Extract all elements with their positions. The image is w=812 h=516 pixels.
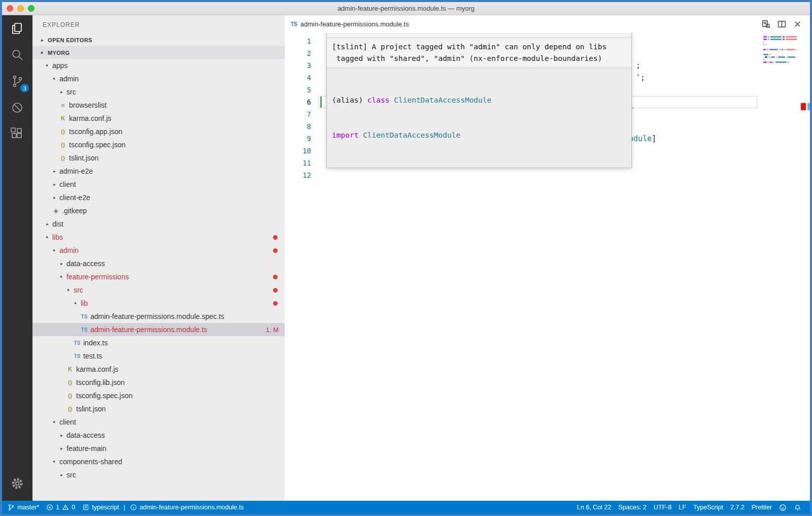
language-mode-status[interactable]: TypeScript [690,504,727,511]
tree-item-src[interactable]: ▸src [32,283,285,297]
tab-admin-feature-permissions[interactable]: TS admin-feature-permissions.module.ts [285,15,415,33]
tree-item-tsconfig.spec.json[interactable]: {}tsconfig.spec.json [32,138,285,151]
close-editor-icon[interactable] [793,20,802,28]
chevron-expanded-icon: ▸ [50,246,59,255]
open-preview-icon[interactable] [762,20,770,28]
tslint-status[interactable]: typescript [79,504,123,511]
git-status-badge: 1, M [266,326,279,334]
tree-item-index.ts[interactable]: TSindex.ts [32,336,285,349]
chevron-expanded-icon: ▸ [43,61,52,70]
tree-item-test.ts[interactable]: TStest.ts [32,349,285,363]
tree-item-tslint.json[interactable]: {}tslint.json [32,151,285,165]
tree-item-client[interactable]: ▸client [32,178,285,191]
vscode-window: admin-feature-permissions.module.ts — my… [2,2,810,514]
hover-popup: export class ClientDataAccessModule {} [… [326,33,632,168]
encoding-status[interactable]: UTF-8 [650,504,675,511]
tree-item-label: libs [51,233,63,241]
tab-bar: TS admin-feature-permissions.module.ts [285,15,810,33]
chevron-collapsed-icon: ▸ [58,261,65,266]
split-editor-icon[interactable] [777,20,786,28]
tree-item-admin-e2e[interactable]: ▸admin-e2e [32,165,285,178]
line-number: 6 [285,96,311,108]
line-number: 4 [285,72,311,84]
explorer-icon[interactable] [2,15,32,42]
settings-gear-icon[interactable] [2,470,32,497]
tree-item-src[interactable]: ▸src [32,85,285,99]
overview-ruler-error-mark [801,103,806,110]
tree-item-admin[interactable]: ▸admin [32,72,285,85]
ts-version-status[interactable]: 2.7.2 [727,504,748,511]
open-editors-section[interactable]: ▸ OPEN EDITORS [32,34,285,46]
tree-item-admin-feature-permissions.module.spec.ts[interactable]: TSadmin-feature-permissions.module.spec.… [32,310,285,323]
braces-file-icon: {} [58,155,68,161]
git-branch-status[interactable]: master* [4,504,43,511]
status-separator: | [122,504,126,511]
code-area[interactable]: 123;4';56import { ClientDataAccessModule… [285,33,810,501]
code-line-12[interactable]: 12 [285,169,810,181]
tree-item-tsconfig.spec.json[interactable]: {}tsconfig.spec.json [32,389,285,402]
tree-item-lib[interactable]: ▸lib [32,297,285,310]
tree-item-client[interactable]: ▸client [32,415,285,429]
list-file-icon: ≡ [58,102,68,109]
tree-item-client-e2e[interactable]: ▸client-e2e [32,191,285,204]
eol-status[interactable]: LF [675,504,690,511]
tree-item-label: karma.conf.js [75,365,118,373]
active-file-status[interactable]: admin-feature-permissions.module.ts [126,504,248,511]
tree-item-label: tsconfig.spec.json [75,392,132,400]
chevron-right-icon: ▸ [39,38,46,43]
formatter-status[interactable]: Prettier [748,504,775,511]
tree-item-tsconfig.lib.json[interactable]: {}tsconfig.lib.json [32,376,285,389]
window-frame: admin-feature-permissions.module.ts — my… [0,0,812,516]
tree-item-.gitkeep[interactable]: ◈.gitkeep [32,204,285,217]
activity-bar: 3 [2,15,32,501]
tree-item-feature-main[interactable]: ▸feature-main [32,442,285,455]
tree-item-dist[interactable]: ▸dist [32,217,285,231]
tree-item-libs[interactable]: ▸libs [32,231,285,244]
tree-item-tsconfig.app.json[interactable]: {}tsconfig.app.json [32,125,285,138]
window-title: admin-feature-permissions.module.ts — my… [2,5,810,12]
tree-item-label: karma.conf.js [68,114,111,122]
feedback-smiley-icon[interactable] [775,504,790,511]
tree-item-components-shared[interactable]: ▸components-shared [32,455,285,468]
linter-name: typescript [92,504,119,511]
braces-file-icon: {} [58,142,68,148]
braces-file-icon: {} [58,128,68,135]
chevron-expanded-icon: ▸ [57,272,66,281]
hover-signature: export class ClientDataAccessModule {} [327,33,631,38]
notifications-bell-icon[interactable] [790,504,805,511]
tree-item-data-access[interactable]: ▸data-access [32,257,285,270]
git-modified-dot [273,235,278,240]
chevron-collapsed-icon: ▸ [51,169,58,174]
cursor-position-status[interactable]: Ln 6, Col 22 [573,504,615,511]
tree-item-label: index.ts [82,339,108,347]
tree-item-karma.conf.js[interactable]: Kkarma.conf.js [32,112,285,125]
tree-item-tslint.json[interactable]: {}tslint.json [32,402,285,415]
linter-icon [82,504,89,511]
git-modified-dot [273,288,278,293]
tree-item-feature-permissions[interactable]: ▸feature-permissions [32,270,285,283]
tree-item-data-access[interactable]: ▸data-access [32,429,285,442]
tree-item-label: admin-e2e [58,167,93,175]
chevron-down-icon: ▸ [38,48,47,57]
debug-icon[interactable] [2,94,32,121]
tree-item-src[interactable]: ▸src [32,468,285,481]
info-icon [130,504,137,511]
chevron-collapsed-icon: ▸ [44,221,51,227]
problems-status[interactable]: 1 0 [43,504,79,511]
tree-item-browserslist[interactable]: ≡browserslist [32,99,285,112]
tree-item-admin[interactable]: ▸admin [32,244,285,257]
editor-group: TS admin-feature-permissions.module.ts [285,15,810,501]
tab-label: admin-feature-permissions.module.ts [300,20,409,28]
extensions-icon[interactable] [2,121,32,147]
tree-item-admin-feature-permissions.module.ts[interactable]: TSadmin-feature-permissions.module.ts1, … [32,323,285,336]
tree-item-label: admin [58,246,79,254]
git-modified-dot [273,275,278,279]
source-control-icon[interactable]: 3 [2,68,32,94]
search-icon[interactable] [2,42,32,68]
root-folder-section[interactable]: ▸ MYORG [32,46,285,59]
tree-item-apps[interactable]: ▸apps [32,59,285,72]
tree-item-label: tslint.json [68,154,98,162]
tree-item-karma.conf.js[interactable]: Kkarma.conf.js [32,363,285,376]
minimap[interactable] [763,36,797,107]
indentation-status[interactable]: Spaces: 2 [615,504,650,511]
